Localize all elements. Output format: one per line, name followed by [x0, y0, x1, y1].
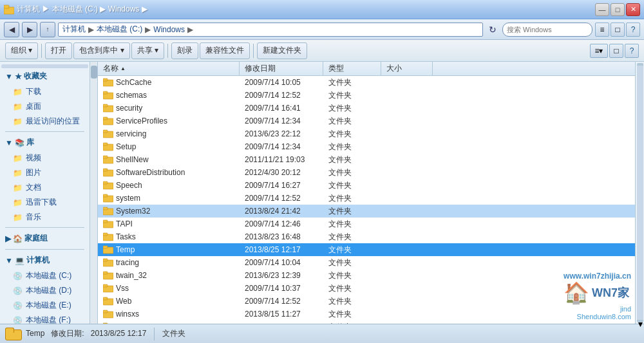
sidebar-item-download[interactable]: 📁 下载 [0, 84, 90, 99]
sidebar-item-drive-f[interactable]: 💿 本地磁盘 (F:) [0, 313, 90, 324]
status-modify-date: 2013/8/25 12:17 [91, 329, 147, 338]
file-name: servicing [116, 129, 146, 138]
new-folder-button[interactable]: 新建文件夹 [257, 42, 307, 59]
forward-button[interactable]: ▶ [22, 22, 37, 37]
file-date-cell: 2013/8/15 11:27 [240, 308, 323, 320]
table-row[interactable]: Vss 2009/7/14 10:37 文件夹 [98, 282, 635, 295]
col-header-type[interactable]: 类型 [323, 62, 381, 75]
help-toolbar-button[interactable]: ? [625, 44, 639, 58]
table-row[interactable]: Tasks 2013/8/23 16:48 文件夹 [98, 230, 635, 243]
table-row[interactable]: Temp 2013/8/25 12:17 文件夹 [98, 243, 635, 256]
path-part-windows[interactable]: Windows [153, 25, 185, 34]
sidebar-scroll-thumb[interactable] [91, 66, 97, 79]
col-header-name[interactable]: 名称 ▲ [98, 62, 240, 75]
table-row[interactable]: Web 2009/7/14 12:52 文件夹 [98, 295, 635, 308]
view-toggle-button[interactable]: ≡ [595, 23, 609, 37]
sidebar-scrollbar[interactable] [90, 62, 98, 324]
sidebar-item-pictures[interactable]: 📁 图片 [0, 165, 90, 180]
table-row[interactable]: TAPI 2009/7/14 12:46 文件夹 [98, 218, 635, 230]
recent-label: 最近访问的位置 [26, 116, 80, 127]
address-path[interactable]: 计算机 ▶ 本地磁盘 (C:) ▶ Windows ▶ [58, 23, 483, 37]
table-row[interactable]: ServiceProfiles 2009/7/14 12:34 文件夹 [98, 115, 635, 127]
drive-e-icon: 💿 [13, 301, 23, 310]
table-row[interactable]: System32 2013/8/24 21:42 文件夹 [98, 205, 635, 218]
file-name: winsxs [116, 310, 139, 319]
file-name-cell: schemas [98, 89, 240, 101]
sidebar-item-music[interactable]: 📁 音乐 [0, 210, 90, 225]
sidebar-item-desktop[interactable]: 📁 桌面 [0, 99, 90, 114]
file-name-cell: TAPI [98, 218, 240, 230]
computer-label: 计算机 [26, 255, 50, 266]
burn-button[interactable]: 刻录 [171, 42, 198, 59]
file-name-cell: twain_32 [98, 270, 240, 281]
compat-button[interactable]: 兼容性文件 [200, 42, 250, 59]
up-button[interactable]: ↑ [40, 22, 55, 37]
close-button[interactable]: ✕ [626, 3, 640, 16]
file-name-cell: ShellNew [98, 154, 240, 165]
file-list-scrollbar[interactable]: ▲ ▼ [635, 62, 644, 324]
table-row[interactable]: zh-CN 2009/7/14 16:27 文件夹 [98, 320, 635, 324]
minimize-button[interactable]: — [595, 3, 609, 16]
table-row[interactable]: schemas 2009/7/14 12:52 文件夹 [98, 89, 635, 102]
file-size-cell [381, 81, 433, 84]
file-type-cell: 文件夹 [323, 153, 381, 167]
table-row[interactable]: winsxs 2013/8/15 11:27 文件夹 [98, 308, 635, 320]
help-button[interactable]: ? [626, 23, 640, 37]
svg-rect-19 [103, 181, 108, 184]
favorites-header[interactable]: ▼ ★ 收藏夹 [0, 68, 90, 84]
toolbar: 组织 ▾ 打开 包含到库中 ▾ 共享 ▾ 刻录 兼容性文件 新建文件夹 ≡▾ □… [0, 40, 644, 62]
file-date-cell: 2013/8/24 21:42 [240, 205, 323, 217]
layout-toggle-button[interactable]: □ [611, 23, 625, 37]
svg-rect-7 [103, 104, 108, 107]
table-row[interactable]: system 2009/7/14 12:52 文件夹 [98, 192, 635, 205]
table-row[interactable]: SoftwareDistribution 2012/4/30 20:12 文件夹 [98, 166, 635, 179]
sidebar-item-drive-e[interactable]: 💿 本地磁盘 (E:) [0, 298, 90, 313]
file-date-cell: 2009/7/14 16:27 [240, 180, 323, 191]
favorites-chevron: ▼ [5, 72, 13, 81]
table-row[interactable]: Speech 2009/7/14 16:27 文件夹 [98, 179, 635, 192]
titlebar-left: 计算机 ▶ 本地磁盘 (C:) ▶ Windows ▶ [4, 4, 147, 15]
col-header-date[interactable]: 修改日期 [240, 62, 323, 75]
sidebar-item-drive-c[interactable]: 💿 本地磁盘 (C:) [0, 268, 90, 283]
organize-button[interactable]: 组织 ▾ [5, 42, 38, 59]
list-view-button[interactable]: ≡▾ [590, 44, 608, 58]
table-row[interactable]: security 2009/7/14 16:41 文件夹 [98, 102, 635, 115]
table-row[interactable]: twain_32 2013/6/23 12:39 文件夹 [98, 269, 635, 282]
path-part-computer[interactable]: 计算机 [62, 24, 86, 35]
file-name: Web [116, 297, 131, 306]
include-lib-button[interactable]: 包含到库中 ▾ [73, 42, 129, 59]
table-row[interactable]: SchCache 2009/7/14 10:05 文件夹 [98, 76, 635, 89]
folder-icon [103, 194, 113, 203]
file-size-cell [381, 300, 433, 302]
sidebar-item-docs[interactable]: 📁 文档 [0, 180, 90, 195]
maximize-button[interactable]: □ [611, 3, 625, 16]
file-name: Temp [116, 245, 135, 254]
desktop-folder-icon: 📁 [13, 102, 23, 111]
status-modify-label: 修改日期: [51, 329, 84, 338]
table-row[interactable]: Setup 2009/7/14 12:34 文件夹 [98, 140, 635, 153]
table-row[interactable]: servicing 2013/6/23 22:12 文件夹 [98, 127, 635, 140]
toolbar-sep-3 [253, 44, 254, 58]
table-row[interactable]: ShellNew 2011/11/21 19:03 文件夹 [98, 153, 635, 166]
col-header-size[interactable]: 大小 [381, 62, 433, 75]
sidebar-item-recent[interactable]: 📁 最近访问的位置 [0, 114, 90, 129]
sidebar-item-xunlei[interactable]: 📁 迅雷下载 [0, 195, 90, 210]
homegroup-header[interactable]: ▶ 🏠 家庭组 [0, 230, 90, 246]
file-name: tracing [116, 258, 139, 267]
sidebar-item-video[interactable]: 📁 视频 [0, 151, 90, 165]
panel-view-button[interactable]: □ [609, 44, 623, 58]
library-header[interactable]: ▼ 📚 库 [0, 134, 90, 151]
search-input[interactable] [507, 26, 596, 33]
sidebar-item-drive-d[interactable]: 💿 本地磁盘 (D:) [0, 283, 90, 298]
table-row[interactable]: tracing 2009/7/14 10:04 文件夹 [98, 256, 635, 269]
file-name-cell: Web [98, 295, 240, 307]
path-part-drive[interactable]: 本地磁盘 (C:) [97, 24, 142, 35]
share-button[interactable]: 共享 ▾ [131, 42, 164, 59]
open-button[interactable]: 打开 [45, 42, 72, 59]
svg-rect-11 [103, 130, 108, 133]
scroll-down-arrow[interactable]: ▼ [637, 320, 643, 322]
file-name: ServiceProfiles [116, 116, 167, 125]
refresh-button[interactable]: ↻ [486, 23, 500, 37]
computer-header[interactable]: ▼ 💻 计算机 [0, 252, 90, 268]
back-button[interactable]: ◀ [4, 22, 19, 37]
